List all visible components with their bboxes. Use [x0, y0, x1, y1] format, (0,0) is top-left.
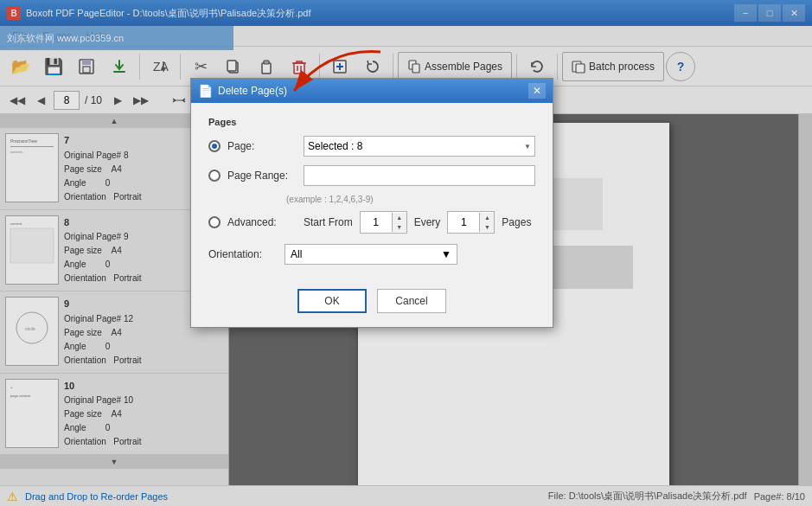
every-up-button[interactable]: ▲ [480, 213, 494, 222]
orientation-section: Orientation: All ▼ [208, 244, 535, 265]
start-from-down-button[interactable]: ▼ [393, 222, 406, 232]
dialog-title-icon: 📄 [198, 84, 213, 98]
cancel-button[interactable]: Cancel [377, 289, 446, 313]
start-from-up-button[interactable]: ▲ [393, 213, 406, 222]
start-from-input[interactable]: 1 [361, 212, 392, 233]
every-spin-buttons: ▲ ▼ [479, 213, 494, 232]
start-from-spinner: 1 ▲ ▼ [360, 211, 407, 234]
page-range-hint: (example : 1,2,4,6,3-9) [286, 195, 535, 204]
page-radio[interactable] [208, 140, 221, 152]
advanced-radio-label: Advanced: [227, 216, 297, 228]
pages-label: Pages [502, 216, 531, 228]
every-label: Every [414, 216, 441, 228]
page-range-radio-row: Page Range: [208, 165, 535, 186]
page-radio-row: Page: Selected : 8 ▼ [208, 136, 535, 157]
page-range-input[interactable] [304, 165, 535, 186]
start-from-label: Start From [304, 216, 353, 228]
every-input[interactable]: 1 [448, 212, 479, 233]
page-dropdown-arrow: ▼ [524, 143, 531, 151]
delete-pages-dialog: 📄 Delete Page(s) ✕ Pages Page: Selected … [190, 78, 553, 328]
start-from-spin-buttons: ▲ ▼ [392, 213, 406, 232]
advanced-radio[interactable] [208, 216, 221, 228]
page-range-radio-label: Page Range: [227, 170, 297, 182]
dialog-body: Pages Page: Selected : 8 ▼ Page Range: (… [191, 103, 553, 279]
page-radio-label: Page: [227, 140, 297, 152]
dialog-close-button[interactable]: ✕ [528, 83, 546, 99]
dialog-overlay: 📄 Delete Page(s) ✕ Pages Page: Selected … [0, 0, 812, 506]
page-select-value: Selected : 8 [308, 140, 362, 152]
every-spinner: 1 ▲ ▼ [447, 211, 495, 234]
ok-button[interactable]: OK [297, 289, 367, 313]
page-range-radio[interactable] [208, 170, 221, 182]
orientation-dropdown-arrow: ▼ [441, 248, 451, 260]
dialog-title-text: Delete Page(s) [218, 85, 523, 97]
orientation-row: Orientation: All ▼ [208, 244, 535, 265]
orientation-label: Orientation: [208, 248, 278, 260]
orientation-value: All [291, 248, 302, 260]
dialog-footer: OK Cancel [191, 279, 553, 327]
dialog-title-bar: 📄 Delete Page(s) ✕ [191, 79, 553, 103]
orientation-dropdown[interactable]: All ▼ [285, 244, 457, 265]
advanced-radio-row: Advanced: Start From 1 ▲ ▼ Every 1 ▲ ▼ [208, 211, 535, 234]
every-down-button[interactable]: ▼ [480, 222, 494, 232]
pages-section-label: Pages [208, 117, 535, 127]
page-select-dropdown[interactable]: Selected : 8 ▼ [304, 136, 535, 157]
